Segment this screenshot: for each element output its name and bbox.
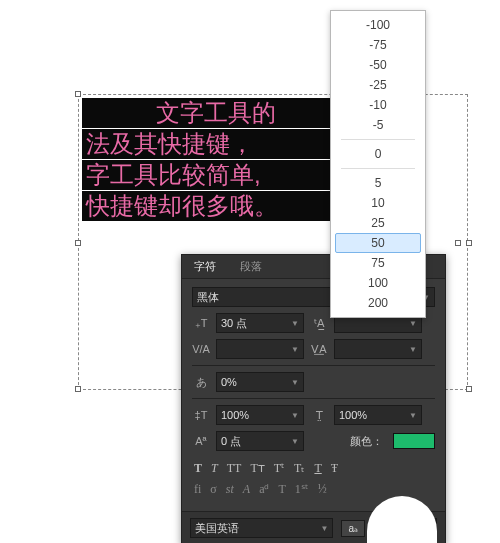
handle-br[interactable] bbox=[466, 386, 472, 392]
dropdown-item[interactable]: 200 bbox=[331, 293, 425, 313]
dropdown-item-selected[interactable]: 50 bbox=[335, 233, 421, 253]
baseline-value: 0 点 bbox=[221, 434, 285, 449]
language-select[interactable]: 美国英语 ▼ bbox=[190, 518, 333, 538]
ot-swash[interactable]: A bbox=[243, 482, 250, 497]
dropdown-item[interactable]: 10 bbox=[331, 193, 425, 213]
vscale-field[interactable]: 100% ▼ bbox=[216, 405, 304, 425]
dropdown-item[interactable]: 0 bbox=[331, 144, 425, 164]
dropdown-item[interactable]: -10 bbox=[331, 95, 425, 115]
dropdown-item[interactable]: 100 bbox=[331, 273, 425, 293]
handle-mr[interactable] bbox=[466, 240, 472, 246]
chevron-down-icon: ▼ bbox=[407, 411, 417, 420]
text-block[interactable]: 文字工具的 法及其快捷键， 字工具比较简单, 快捷键却很多哦。 bbox=[82, 98, 342, 222]
dropdown-item[interactable]: 75 bbox=[331, 253, 425, 273]
ot-fi[interactable]: fi bbox=[194, 482, 201, 497]
separator bbox=[341, 139, 415, 140]
superscript-button[interactable]: Tᵗ bbox=[274, 461, 285, 476]
vscale-icon: ‡T bbox=[192, 409, 210, 421]
baseline-icon: Aª bbox=[192, 435, 210, 447]
chevron-down-icon: ▼ bbox=[289, 378, 299, 387]
ot-1st[interactable]: 1ˢᵗ bbox=[295, 482, 309, 497]
ot-st[interactable]: st bbox=[226, 482, 234, 497]
text-line: 文字工具的 bbox=[82, 98, 342, 128]
subscript-button[interactable]: Tₜ bbox=[294, 461, 305, 476]
tsume-value: 0% bbox=[221, 376, 285, 388]
handle-bl[interactable] bbox=[75, 386, 81, 392]
handle-tl[interactable] bbox=[75, 91, 81, 97]
chevron-down-icon: ▼ bbox=[289, 345, 299, 354]
color-label: 颜色： bbox=[310, 434, 387, 449]
leading-icon: ᵗA̲ bbox=[310, 317, 328, 330]
dropdown-item[interactable]: 5 bbox=[331, 173, 425, 193]
kerning-icon: V/A bbox=[192, 343, 210, 355]
tracking-field[interactable]: ▼ bbox=[334, 339, 422, 359]
baseline-field[interactable]: 0 点 ▼ bbox=[216, 431, 304, 451]
type-style-row: T T TT Tᴛ Tᵗ Tₜ T Ŧ bbox=[192, 457, 435, 480]
antialias-toggle[interactable]: aₐ bbox=[341, 520, 365, 537]
separator bbox=[341, 168, 415, 169]
hscale-value: 100% bbox=[339, 409, 403, 421]
tsume-field[interactable]: 0% ▼ bbox=[216, 372, 304, 392]
ot-ord[interactable]: aᵈ bbox=[259, 482, 269, 497]
tracking-dropdown: -100 -75 -50 -25 -10 -5 0 5 10 25 50 75 … bbox=[330, 10, 426, 318]
kerning-field[interactable]: ▼ bbox=[216, 339, 304, 359]
handle-ml[interactable] bbox=[75, 240, 81, 246]
dropdown-item[interactable]: -5 bbox=[331, 115, 425, 135]
handle-overflow[interactable] bbox=[455, 240, 461, 246]
chevron-down-icon: ▼ bbox=[289, 437, 299, 446]
text-line: 快捷键却很多哦。 bbox=[82, 191, 342, 221]
tracking-icon: V͟A bbox=[310, 343, 328, 356]
font-size-value: 30 点 bbox=[221, 316, 285, 331]
language-value: 美国英语 bbox=[195, 521, 315, 536]
chevron-down-icon: ▼ bbox=[407, 319, 417, 328]
strike-button[interactable]: Ŧ bbox=[331, 461, 338, 476]
tsume-icon: あ bbox=[192, 375, 210, 390]
color-swatch[interactable] bbox=[393, 433, 435, 449]
dropdown-item[interactable]: 25 bbox=[331, 213, 425, 233]
dropdown-item[interactable]: -75 bbox=[331, 35, 425, 55]
tab-character[interactable]: 字符 bbox=[182, 255, 228, 278]
chevron-down-icon: ▼ bbox=[319, 524, 329, 533]
font-size-field[interactable]: 30 点 ▼ bbox=[216, 313, 304, 333]
ot-titling[interactable]: T bbox=[279, 482, 286, 497]
text-line: 法及其快捷键， bbox=[82, 129, 342, 159]
underline-button[interactable]: T bbox=[314, 461, 321, 476]
bold-button[interactable]: T bbox=[194, 461, 202, 476]
allcaps-button[interactable]: TT bbox=[227, 461, 242, 476]
font-size-icon: ₊T bbox=[192, 317, 210, 330]
chevron-down-icon: ▼ bbox=[289, 411, 299, 420]
aa-icon: aₐ bbox=[342, 521, 364, 536]
ot-frac[interactable]: ½ bbox=[318, 482, 327, 497]
dropdown-item[interactable]: -100 bbox=[331, 15, 425, 35]
italic-button[interactable]: T bbox=[211, 461, 218, 476]
vscale-value: 100% bbox=[221, 409, 285, 421]
hscale-icon: T̤ bbox=[310, 409, 328, 422]
hscale-field[interactable]: 100% ▼ bbox=[334, 405, 422, 425]
dropdown-item[interactable]: -50 bbox=[331, 55, 425, 75]
smallcaps-button[interactable]: Tᴛ bbox=[250, 461, 264, 476]
dropdown-item[interactable]: -25 bbox=[331, 75, 425, 95]
tab-paragraph[interactable]: 段落 bbox=[228, 255, 274, 278]
chevron-down-icon: ▼ bbox=[289, 319, 299, 328]
chevron-down-icon: ▼ bbox=[407, 345, 417, 354]
ot-sigma[interactable]: σ bbox=[210, 482, 216, 497]
text-line: 字工具比较简单, bbox=[82, 160, 342, 190]
